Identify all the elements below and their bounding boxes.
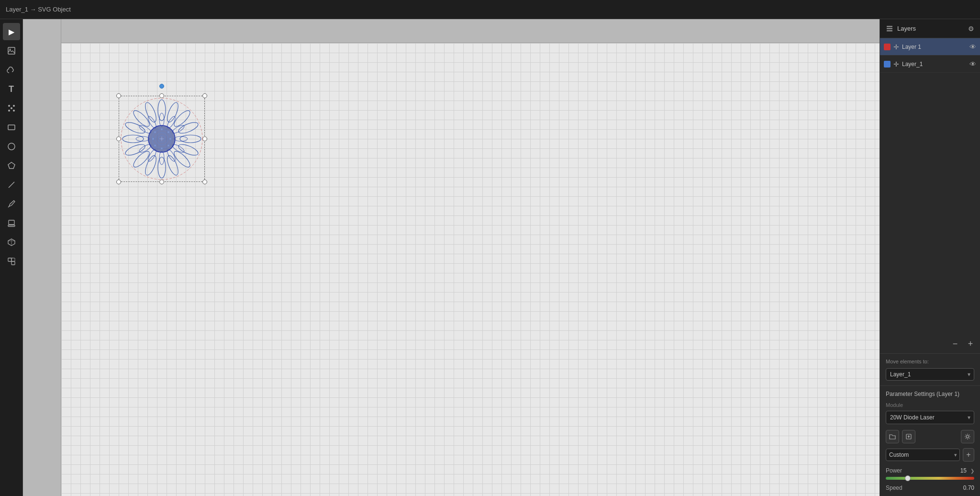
svg-point-68 <box>967 436 969 438</box>
preset-row <box>886 430 974 443</box>
pen-tool[interactable] <box>3 195 20 213</box>
layers-header: Layers ⚙ <box>880 19 980 38</box>
preset-add-btn[interactable]: + <box>963 448 974 462</box>
svg-rect-13 <box>8 225 15 226</box>
rect-tool[interactable] <box>3 119 20 136</box>
layer-crosshair-2: ✛ <box>893 60 899 68</box>
layers-plus-btn[interactable]: + <box>965 338 976 349</box>
svg-rect-12 <box>9 220 14 225</box>
power-row: Power 15 ❯ <box>886 467 974 474</box>
svg-rect-7 <box>8 125 15 130</box>
right-panel: Layers ⚙ ✛ Layer 1 👁 ✛ Layer_1 👁 − + Mov… <box>880 19 980 496</box>
canvas-area[interactable] <box>23 19 880 496</box>
ruler-top <box>23 19 880 43</box>
svg-point-22 <box>172 108 192 128</box>
param-title: Parameter Settings (Layer 1) <box>886 391 974 397</box>
handle-rotate[interactable] <box>159 84 164 89</box>
layer-item-2[interactable]: ✛ Layer_1 👁 <box>880 56 980 73</box>
preset-select[interactable]: Custom Default Wood Acrylic <box>886 449 960 461</box>
svg-point-34 <box>131 108 151 128</box>
svg-point-6 <box>11 107 12 109</box>
circle-tool[interactable] <box>3 138 20 155</box>
top-bar: Layer_1 → SVG Object <box>0 0 980 19</box>
svg-point-33 <box>124 120 146 135</box>
power-arrow: ❯ <box>970 468 974 473</box>
svg-line-11 <box>8 206 9 207</box>
layers-settings-icon[interactable]: ⚙ <box>968 25 974 33</box>
layer-eye-2[interactable]: 👁 <box>969 60 976 68</box>
svg-rect-18 <box>11 258 15 261</box>
layer-crosshair-1: ✛ <box>893 43 899 51</box>
layer-color-2 <box>884 61 891 68</box>
image-tool[interactable] <box>3 42 20 59</box>
svg-point-31 <box>124 142 146 158</box>
preset-dropdown-row: Custom Default Wood Acrylic + <box>886 448 974 462</box>
speed-value: 0.70 <box>963 485 974 491</box>
move-layer-dropdown[interactable]: Layer_1 Layer 1 <box>886 368 974 381</box>
svg-rect-17 <box>11 261 15 265</box>
svg-rect-16 <box>8 258 11 261</box>
svg-point-32 <box>122 135 144 143</box>
svg-line-10 <box>9 182 14 188</box>
cloud-tool[interactable] <box>3 61 20 79</box>
svg-point-35 <box>143 101 158 124</box>
module-label: Module <box>886 402 974 408</box>
layer-color-1 <box>884 44 891 50</box>
stamp-tool[interactable] <box>3 214 20 232</box>
main-layout: ▶ T <box>0 19 980 496</box>
svg-point-60 <box>154 131 156 133</box>
layers-minus-btn[interactable]: − <box>949 338 961 349</box>
text-tool[interactable]: T <box>3 80 20 98</box>
node-tool[interactable] <box>3 100 20 117</box>
svg-point-25 <box>177 142 200 158</box>
breadcrumb: Layer_1 → SVG Object <box>6 6 71 13</box>
svg-point-63 <box>161 138 163 140</box>
svg-point-58 <box>154 145 156 147</box>
power-slider-track[interactable] <box>886 477 974 480</box>
svg-point-28 <box>158 157 166 178</box>
svg-point-56 <box>167 145 169 147</box>
svg-point-54 <box>167 131 169 133</box>
param-section: Parameter Settings (Layer 1) Module 20W … <box>880 386 980 496</box>
ruler-left <box>23 19 61 496</box>
move-elements-label: Move elements to: <box>886 359 974 364</box>
svg-rect-66 <box>887 26 892 27</box>
svg-point-55 <box>169 138 171 140</box>
line-tool[interactable] <box>3 176 20 193</box>
layers-actions: − + <box>880 334 980 354</box>
svg-point-23 <box>177 120 200 135</box>
svg-point-30 <box>131 149 151 169</box>
move-layer-dropdown-wrapper: Layer_1 Layer 1 <box>886 368 974 381</box>
svg-rect-0 <box>8 47 15 54</box>
svg-marker-9 <box>8 162 15 169</box>
layer-name-1: Layer 1 <box>902 44 967 50</box>
layer-eye-1[interactable]: 👁 <box>969 43 976 51</box>
preset-settings-btn[interactable] <box>961 430 974 443</box>
svg-point-1 <box>9 49 11 50</box>
preset-export-btn[interactable] <box>902 430 915 443</box>
layer-item-1[interactable]: ✛ Layer 1 👁 <box>880 38 980 56</box>
power-label: Power <box>886 467 948 474</box>
sunflower-svg <box>119 96 205 182</box>
layers-title: Layers <box>897 25 964 32</box>
speed-row: Speed 0.70 <box>886 485 974 491</box>
svg-object[interactable] <box>119 96 205 182</box>
svg-point-8 <box>8 143 15 150</box>
svg-point-21 <box>165 101 180 124</box>
svg-point-59 <box>152 138 154 140</box>
left-toolbar: ▶ T <box>0 19 23 496</box>
3d-tool[interactable] <box>3 234 20 251</box>
select-tool[interactable]: ▶ <box>3 23 20 40</box>
power-slider-thumb[interactable] <box>905 475 911 481</box>
svg-point-5 <box>13 110 15 112</box>
layer-name-2: Layer_1 <box>902 61 967 68</box>
arrange-tool[interactable] <box>3 253 20 270</box>
preset-select-wrapper: Custom Default Wood Acrylic <box>886 449 960 461</box>
svg-rect-64 <box>887 30 892 32</box>
module-dropdown[interactable]: 20W Diode Laser 40W Diode Laser 10W Diod… <box>886 411 974 424</box>
svg-point-20 <box>158 100 166 121</box>
polygon-tool[interactable] <box>3 157 20 174</box>
preset-folder-btn[interactable] <box>886 430 899 443</box>
canvas-inner[interactable] <box>61 43 880 496</box>
layers-panel-icon <box>886 25 893 33</box>
